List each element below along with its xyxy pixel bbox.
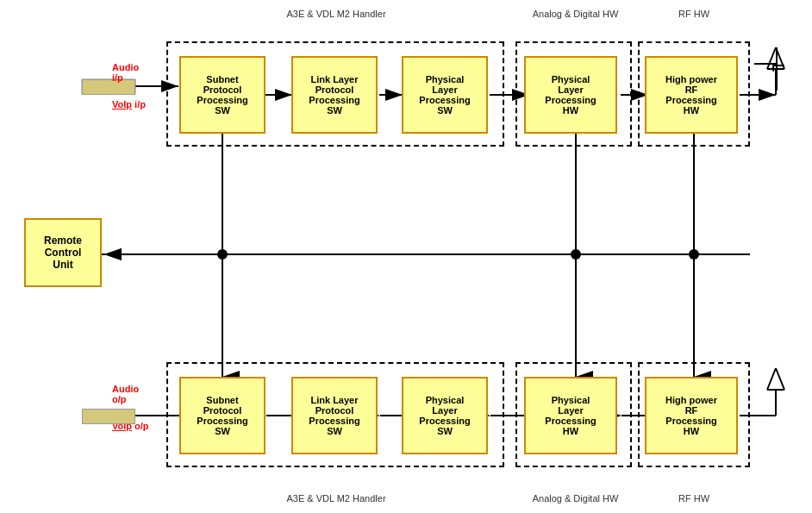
audio-output-label: Audioo/p [112,384,139,404]
header-analog-bot: Analog & Digital HW [517,493,634,504]
svg-point-19 [217,249,228,260]
diagram: A3E & VDL M2 Handler Analog & Digital HW… [0,0,812,513]
link-sw-top: Link LayerProtocolProcessingSW [291,56,378,134]
header-rf-bot: RF HW [651,493,737,504]
header-a3e-top: A3E & VDL M2 Handler [190,9,483,19]
svg-line-37 [767,368,776,390]
svg-line-34 [776,47,784,69]
link-sw-bot: Link LayerProtocolProcessingSW [291,377,378,454]
header-a3e-bot: A3E & VDL M2 Handler [190,493,483,504]
audio-output-pipe [82,409,135,424]
rf-hw-bot: High powerRFProcessingHW [645,377,738,454]
header-analog-top: Analog & Digital HW [517,9,634,19]
subnet-sw-bot: SubnetProtocolProcessingSW [179,377,265,454]
svg-line-33 [767,47,776,69]
svg-point-20 [571,249,581,260]
antenna-top-svg [765,43,791,95]
phys-sw-top: PhysicalLayerProcessingSW [402,56,488,134]
voip-input-label: VoIp i/p [112,99,146,109]
remote-control-unit: RemoteControlUnit [24,218,102,287]
audio-input-label: Audioi/p [112,62,139,83]
header-rf-top: RF HW [651,9,737,19]
phys-sw-bot: PhysicalLayerProcessingSW [402,377,488,454]
subnet-sw-top: SubnetProtocolProcessingSW [179,56,265,134]
phys-hw-top: PhysicalLayerProcessingHW [524,56,617,134]
phys-hw-bot: PhysicalLayerProcessingHW [524,377,617,454]
svg-point-21 [689,249,699,260]
svg-line-38 [776,368,784,390]
rf-hw-top: High powerRFProcessingHW [645,56,738,134]
antenna-bot-svg [765,364,791,416]
